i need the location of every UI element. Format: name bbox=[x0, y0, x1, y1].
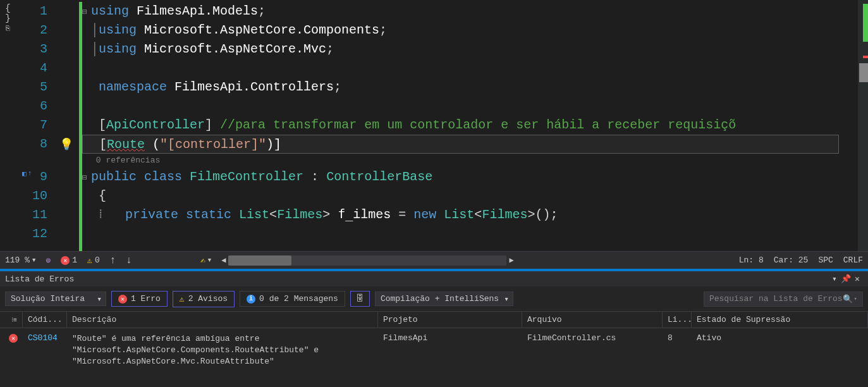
codelens-references[interactable]: 0 referências bbox=[96, 156, 160, 165]
line-number: 1 bbox=[16, 2, 54, 21]
col-header-state[interactable]: Estado de Supressão bbox=[692, 312, 868, 328]
error-code[interactable]: CS0104 bbox=[23, 332, 67, 369]
filter-warnings-button[interactable]: ⚠2 Avisos bbox=[173, 291, 235, 307]
error-state: Ativo bbox=[692, 332, 868, 369]
error-row[interactable]: ✕ CS0104 "Route" é uma referência ambígu… bbox=[0, 328, 868, 373]
collapse-toggle-icon[interactable]: ⊟ bbox=[82, 3, 91, 22]
line-number: 6 bbox=[16, 97, 54, 116]
line-ending[interactable]: CRLF bbox=[838, 252, 868, 269]
col-header-code[interactable]: Códi... bbox=[23, 312, 67, 328]
line-number: 4 bbox=[16, 59, 54, 78]
lightbulb-icon[interactable]: 💡 bbox=[59, 137, 73, 151]
line-number: 11 bbox=[16, 206, 54, 224]
panel-options-icon[interactable]: ▾ bbox=[829, 274, 840, 284]
filter-errors-button[interactable]: ✕1 Erro bbox=[111, 291, 168, 307]
code-editor[interactable]: { } ⎘ 1 2 3 4 5 6 7 8 9 10 11 12 💡 ⊟usin… bbox=[0, 0, 868, 251]
search-icon: 🔍 bbox=[843, 294, 853, 304]
line-number: 7 bbox=[16, 116, 54, 135]
filter-icon: 🗄 bbox=[356, 294, 364, 304]
panel-pin-icon[interactable]: 📌 bbox=[840, 274, 852, 284]
col-header-file[interactable]: Arquivo bbox=[522, 312, 663, 328]
error-list-panel: Lista de Erros ▾ 📌 ✕ Solução Inteira ✕1 … bbox=[0, 271, 868, 387]
hscroll-left-icon[interactable]: ◀ bbox=[221, 255, 226, 265]
error-list-toolbar: Solução Inteira ✕1 Erro ⚠2 Avisos i0 de … bbox=[0, 286, 868, 312]
error-file: FilmeController.cs bbox=[522, 332, 663, 369]
panel-close-icon[interactable]: ✕ bbox=[852, 274, 863, 284]
error-description: "Route" é uma referência ambígua entre "… bbox=[67, 332, 378, 369]
error-grid-header[interactable]: ⁝≡ Códi... Descrição Projeto Arquivo Li.… bbox=[0, 312, 868, 328]
scope-dropdown[interactable]: Solução Inteira bbox=[5, 292, 106, 306]
line-number: 8 bbox=[16, 135, 54, 154]
zoom-level[interactable]: 119 % ▼ bbox=[0, 252, 40, 269]
hscroll-right-icon[interactable]: ▶ bbox=[509, 255, 513, 265]
line-number: 5 bbox=[16, 78, 54, 97]
line-number: 3 bbox=[16, 40, 54, 59]
error-project: FilmesApi bbox=[378, 332, 522, 369]
horizontal-scrollbar[interactable] bbox=[228, 255, 506, 266]
brace-nav-icon[interactable]: { } bbox=[0, 3, 16, 23]
error-count[interactable]: ✕ 1 bbox=[56, 252, 82, 269]
line-number: 9 bbox=[16, 168, 54, 187]
cursor-line[interactable]: Ln: 8 bbox=[734, 252, 769, 269]
line-number-gutter: 1 2 3 4 5 6 7 8 9 10 11 12 bbox=[16, 0, 54, 251]
error-line: 8 bbox=[663, 332, 692, 369]
health-indicator-icon[interactable]: ⊚ bbox=[40, 252, 56, 269]
warning-count[interactable]: ⚠ 0 bbox=[82, 252, 105, 269]
doc-nav-icon[interactable]: ⎘ bbox=[0, 25, 16, 32]
line-number: 12 bbox=[16, 224, 54, 243]
cleanup-icon[interactable]: ✍ bbox=[200, 255, 205, 266]
panel-title-text: Lista de Erros bbox=[5, 274, 74, 284]
editor-left-gutter: { } ⎘ bbox=[0, 0, 16, 251]
nav-next-icon[interactable]: ↓ bbox=[126, 255, 132, 266]
nav-indicator-icon[interactable]: ◧ bbox=[22, 169, 27, 178]
code-content[interactable]: ⊟using FilmesApi.Models; │using Microsof… bbox=[82, 0, 858, 251]
line-number: 10 bbox=[16, 187, 54, 206]
nav-up-icon[interactable]: ↑ bbox=[28, 169, 32, 178]
panel-title-bar[interactable]: Lista de Erros ▾ 📌 ✕ bbox=[0, 271, 868, 286]
nav-prev-icon[interactable]: ↑ bbox=[110, 255, 116, 266]
overview-ruler[interactable] bbox=[858, 0, 868, 251]
col-header-line[interactable]: Li... bbox=[663, 312, 692, 328]
filter-messages-button[interactable]: i0 de 2 Mensagens bbox=[240, 291, 345, 307]
error-search-input[interactable]: Pesquisar na Lista de Erros 🔍▾ bbox=[704, 292, 863, 307]
error-severity-icon: ✕ bbox=[9, 334, 18, 343]
build-source-dropdown[interactable]: Compilação + IntelliSens bbox=[375, 292, 513, 306]
col-header-project[interactable]: Projeto bbox=[378, 312, 522, 328]
line-number: 2 bbox=[16, 21, 54, 40]
margin-indicators: 💡 bbox=[54, 0, 79, 251]
group-toggle-icon[interactable]: ⁝≡ bbox=[11, 316, 17, 324]
filter-toggle-button[interactable]: 🗄 bbox=[350, 291, 370, 307]
cursor-column[interactable]: Car: 25 bbox=[769, 252, 814, 269]
indent-mode[interactable]: SPC bbox=[813, 252, 838, 269]
collapse-toggle-icon[interactable]: ⊟ bbox=[82, 169, 91, 188]
col-header-description[interactable]: Descrição bbox=[67, 312, 378, 328]
editor-status-bar: 119 % ▼ ⊚ ✕ 1 ⚠ 0 ↑ ↓ ✍ ▼ ◀ ▶ Ln: 8 Car:… bbox=[0, 251, 868, 269]
